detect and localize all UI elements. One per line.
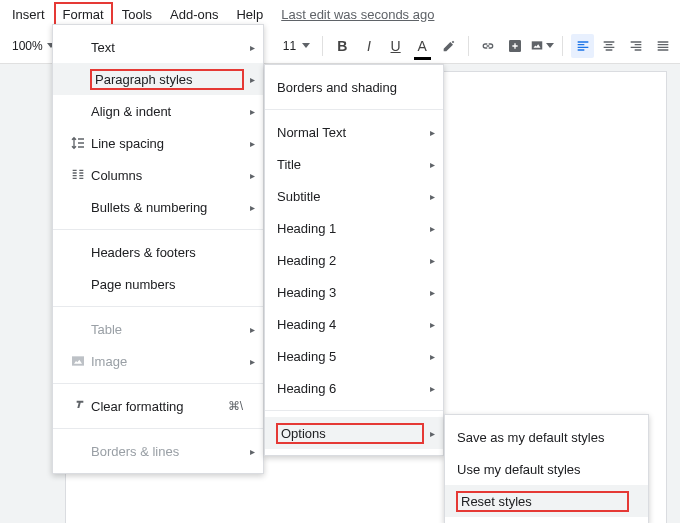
menu-item-columns[interactable]: Columns▸ — [53, 159, 263, 191]
menu-item-table: Table▸ — [53, 313, 263, 345]
image-icon — [65, 353, 91, 369]
menu-item-clear-formatting[interactable]: Clear formatting ⌘\ — [53, 390, 263, 422]
menu-tools[interactable]: Tools — [114, 3, 160, 26]
chevron-right-icon: ▸ — [430, 319, 435, 330]
menu-item-save-default-styles[interactable]: Save as my default styles — [445, 421, 648, 453]
italic-button[interactable]: I — [358, 34, 381, 58]
line-spacing-icon — [65, 135, 91, 151]
align-right-button[interactable] — [625, 34, 648, 58]
chevron-right-icon: ▸ — [250, 324, 255, 335]
menu-item-heading-1[interactable]: Heading 1▸ — [265, 212, 443, 244]
shortcut-label: ⌘\ — [228, 399, 243, 413]
zoom-value: 100% — [12, 39, 43, 53]
insert-comment-button[interactable] — [504, 34, 527, 58]
image-icon — [530, 38, 544, 54]
chevron-right-icon: ▸ — [250, 170, 255, 181]
options-dropdown: Save as my default styles Use my default… — [444, 414, 649, 523]
chevron-right-icon: ▸ — [250, 356, 255, 367]
menu-item-heading-4[interactable]: Heading 4▸ — [265, 308, 443, 340]
chevron-right-icon: ▸ — [250, 106, 255, 117]
highlighter-icon — [441, 38, 457, 54]
insert-image-button[interactable] — [530, 34, 554, 58]
chevron-right-icon: ▸ — [430, 159, 435, 170]
menu-item-heading-2[interactable]: Heading 2▸ — [265, 244, 443, 276]
chevron-right-icon: ▸ — [430, 223, 435, 234]
menu-item-page-numbers[interactable]: Page numbers — [53, 268, 263, 300]
menu-item-image: Image▸ — [53, 345, 263, 377]
chevron-right-icon: ▸ — [250, 202, 255, 213]
svg-rect-1 — [532, 41, 543, 49]
chevron-right-icon: ▸ — [430, 255, 435, 266]
menu-item-align-indent[interactable]: Align & indent▸ — [53, 95, 263, 127]
align-center-button[interactable] — [598, 34, 621, 58]
menu-item-subtitle[interactable]: Subtitle▸ — [265, 180, 443, 212]
menu-item-reset-styles[interactable]: Reset styles — [445, 485, 648, 517]
underline-button[interactable]: U — [384, 34, 407, 58]
menu-item-headers-footers[interactable]: Headers & footers — [53, 236, 263, 268]
menu-help[interactable]: Help — [228, 3, 271, 26]
paragraph-styles-dropdown: Borders and shading Normal Text▸ Title▸ … — [264, 64, 444, 456]
chevron-right-icon: ▸ — [250, 138, 255, 149]
menu-item-heading-5[interactable]: Heading 5▸ — [265, 340, 443, 372]
align-right-icon — [628, 38, 644, 54]
comment-plus-icon — [507, 38, 523, 54]
chevron-down-icon — [546, 43, 554, 48]
menu-item-heading-3[interactable]: Heading 3▸ — [265, 276, 443, 308]
menu-item-heading-6[interactable]: Heading 6▸ — [265, 372, 443, 404]
chevron-right-icon: ▸ — [430, 287, 435, 298]
align-justify-icon — [655, 38, 671, 54]
menu-format[interactable]: Format — [55, 3, 112, 26]
chevron-right-icon: ▸ — [430, 428, 435, 439]
chevron-right-icon: ▸ — [250, 42, 255, 53]
menu-item-title[interactable]: Title▸ — [265, 148, 443, 180]
menu-item-borders-lines: Borders & lines▸ — [53, 435, 263, 467]
menu-item-options[interactable]: Options▸ — [265, 417, 443, 449]
menu-item-text[interactable]: Text▸ — [53, 31, 263, 63]
chevron-right-icon: ▸ — [430, 383, 435, 394]
chevron-right-icon: ▸ — [430, 191, 435, 202]
clear-formatting-icon — [65, 398, 91, 414]
text-color-button[interactable]: A — [411, 34, 434, 58]
bold-button[interactable]: B — [331, 34, 354, 58]
chevron-right-icon: ▸ — [250, 446, 255, 457]
menu-item-paragraph-styles[interactable]: Paragraph styles▸ — [53, 63, 263, 95]
svg-rect-2 — [72, 356, 84, 365]
chevron-down-icon — [302, 43, 310, 48]
menu-item-borders-shading[interactable]: Borders and shading — [265, 71, 443, 103]
align-justify-button[interactable] — [651, 34, 674, 58]
align-left-button[interactable] — [571, 34, 594, 58]
chevron-right-icon: ▸ — [430, 127, 435, 138]
columns-icon — [65, 167, 91, 183]
insert-link-button[interactable] — [477, 34, 500, 58]
chevron-right-icon: ▸ — [250, 74, 255, 85]
menu-insert[interactable]: Insert — [4, 3, 53, 26]
align-left-icon — [575, 38, 591, 54]
font-size-select[interactable]: 11 — [279, 39, 314, 53]
menu-item-use-default-styles[interactable]: Use my default styles — [445, 453, 648, 485]
highlight-button[interactable] — [438, 34, 461, 58]
chevron-right-icon: ▸ — [430, 351, 435, 362]
menu-addons[interactable]: Add-ons — [162, 3, 226, 26]
format-dropdown: Text▸ Paragraph styles▸ Align & indent▸ … — [52, 24, 264, 474]
menu-item-normal-text[interactable]: Normal Text▸ — [265, 116, 443, 148]
align-center-icon — [601, 38, 617, 54]
font-size-value: 11 — [283, 39, 296, 53]
menu-item-bullets[interactable]: Bullets & numbering▸ — [53, 191, 263, 223]
menu-item-line-spacing[interactable]: Line spacing▸ — [53, 127, 263, 159]
last-edit-link[interactable]: Last edit was seconds ago — [281, 7, 434, 22]
link-icon — [480, 38, 496, 54]
